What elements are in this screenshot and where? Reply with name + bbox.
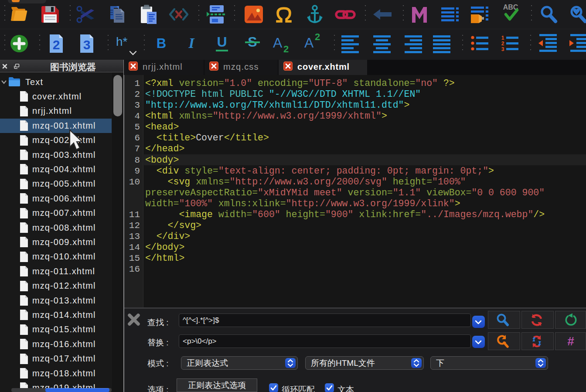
svg-text:2: 2 xyxy=(53,37,60,52)
svg-text:2: 2 xyxy=(501,41,504,47)
svg-text:3: 3 xyxy=(83,37,91,52)
svg-text:1: 1 xyxy=(501,35,504,41)
svg-text:3: 3 xyxy=(501,46,504,52)
